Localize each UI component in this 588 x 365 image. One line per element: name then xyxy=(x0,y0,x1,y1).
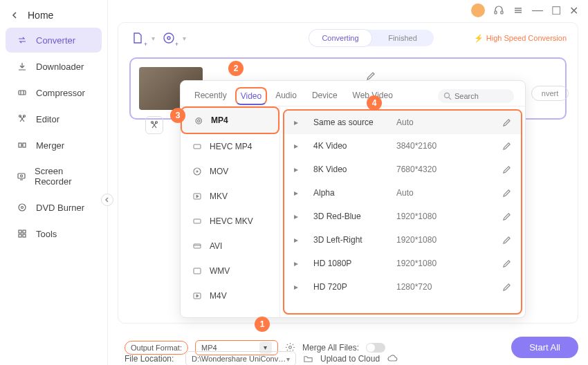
downloader-icon xyxy=(17,61,28,72)
convert-button[interactable]: nvert xyxy=(531,86,569,101)
format-hevc-mp4[interactable]: HEVC MP4 xyxy=(181,134,279,159)
cloud-icon[interactable] xyxy=(387,353,398,364)
format-wmv[interactable]: WMV xyxy=(181,259,279,283)
svg-line-23 xyxy=(449,97,451,100)
edit-preset-icon[interactable] xyxy=(502,236,511,245)
svg-rect-14 xyxy=(19,230,21,233)
chevron-down-icon: ▾ xyxy=(286,355,290,363)
tools-icon xyxy=(17,228,28,239)
tab-video[interactable]: Video xyxy=(235,87,267,105)
svg-rect-29 xyxy=(194,219,201,223)
maximize-button[interactable]: ☐ xyxy=(551,4,561,17)
wmv-icon xyxy=(192,265,203,277)
svg-point-19 xyxy=(167,37,170,39)
edit-preset-icon[interactable] xyxy=(502,118,511,127)
svg-point-12 xyxy=(19,204,26,211)
play-icon: ▸ xyxy=(294,259,306,268)
mkv-icon xyxy=(192,191,203,202)
back-icon[interactable] xyxy=(11,11,19,19)
scissors-icon[interactable] xyxy=(145,116,163,134)
preset-row[interactable]: ▸Same as sourceAuto xyxy=(284,111,521,134)
format-search[interactable] xyxy=(438,89,514,103)
sidebar-collapse-handle[interactable] xyxy=(101,194,113,206)
merger-icon xyxy=(17,140,28,151)
preset-row[interactable]: ▸AlphaAuto xyxy=(284,181,521,205)
format-m4v[interactable]: M4V xyxy=(181,283,279,308)
svg-rect-24 xyxy=(194,144,201,149)
preset-list: ▸Same as sourceAuto ▸4K Video3840*2160 ▸… xyxy=(283,109,522,315)
sidebar-item-compressor[interactable]: Compressor xyxy=(6,80,102,105)
sidebar: Home Converter Downloader Compressor Edi… xyxy=(0,0,108,365)
preset-row[interactable]: ▸HD 720P1280*720 xyxy=(284,275,521,299)
play-icon: ▸ xyxy=(294,188,306,198)
format-avi[interactable]: AVI xyxy=(181,234,279,259)
screen-recorder-icon xyxy=(17,171,26,182)
play-icon: ▸ xyxy=(294,165,306,174)
converter-icon xyxy=(17,35,28,46)
svg-rect-32 xyxy=(194,268,201,274)
svg-point-11 xyxy=(21,175,23,177)
preset-row[interactable]: ▸8K Video7680*4320 xyxy=(284,158,521,181)
file-location-label: File Location: xyxy=(125,354,178,364)
preset-row[interactable]: ▸3D Left-Right1920*1080 xyxy=(284,228,521,252)
svg-point-35 xyxy=(289,346,292,349)
edit-preset-icon[interactable] xyxy=(502,283,511,292)
play-icon: ▸ xyxy=(294,235,306,245)
svg-point-26 xyxy=(196,171,198,172)
user-avatar[interactable] xyxy=(471,3,485,17)
preset-row[interactable]: ▸HD 1080P1920*1080 xyxy=(284,252,521,275)
svg-rect-10 xyxy=(18,174,25,178)
close-button[interactable]: ✕ xyxy=(569,4,578,17)
edit-preset-icon[interactable] xyxy=(502,259,511,268)
sidebar-item-screen-recorder[interactable]: Screen Recorder xyxy=(6,159,102,194)
annotation-badge-3: 3 xyxy=(170,108,185,123)
segment-finished[interactable]: Finished xyxy=(371,30,434,46)
sidebar-item-merger[interactable]: Merger xyxy=(6,133,102,158)
format-tabs: Recently Video Audio Device Web Video xyxy=(181,81,525,106)
rename-icon[interactable] xyxy=(366,71,376,81)
edit-preset-icon[interactable] xyxy=(502,165,511,174)
dvd-burner-icon xyxy=(17,202,28,213)
sidebar-item-downloader[interactable]: Downloader xyxy=(6,54,102,79)
high-speed-conversion[interactable]: ⚡ High Speed Conversion xyxy=(474,34,567,43)
format-mov[interactable]: MOV xyxy=(181,159,279,184)
tab-audio[interactable]: Audio xyxy=(273,86,300,106)
sidebar-item-converter[interactable]: Converter xyxy=(6,28,102,53)
compressor-icon xyxy=(17,87,28,98)
sidebar-item-label: Downloader xyxy=(36,62,84,72)
preset-row[interactable]: ▸4K Video3840*2160 xyxy=(284,134,521,158)
segment-converting[interactable]: Converting xyxy=(309,30,371,46)
menu-icon[interactable] xyxy=(513,5,524,16)
preset-row[interactable]: ▸3D Red-Blue1920*1080 xyxy=(284,205,521,228)
tab-recently[interactable]: Recently xyxy=(192,86,230,106)
window-titlebar: — ☐ ✕ xyxy=(461,0,588,21)
add-file-button[interactable]: + xyxy=(129,30,146,46)
svg-rect-1 xyxy=(501,11,503,14)
target-icon: ◎ xyxy=(193,115,204,126)
edit-preset-icon[interactable] xyxy=(502,189,511,198)
headset-icon[interactable] xyxy=(493,5,504,16)
edit-preset-icon[interactable] xyxy=(502,212,511,221)
edit-preset-icon[interactable] xyxy=(502,142,511,151)
format-mkv[interactable]: MKV xyxy=(181,184,279,209)
svg-rect-30 xyxy=(194,244,201,248)
format-search-input[interactable] xyxy=(454,92,510,100)
home-row[interactable]: Home xyxy=(0,4,107,26)
file-location-select[interactable]: D:\Wondershare UniConverter 1 ▾ xyxy=(185,351,296,365)
format-list: ◎MP4 HEVC MP4 MOV MKV HEVC MKV AVI WMV M… xyxy=(181,106,280,317)
minimize-button[interactable]: — xyxy=(532,4,543,17)
bottom-bar-row2: File Location: D:\Wondershare UniConvert… xyxy=(125,351,578,365)
sidebar-item-tools[interactable]: Tools xyxy=(6,221,102,246)
format-hevc-mkv[interactable]: HEVC MKV xyxy=(181,209,279,234)
svg-marker-34 xyxy=(196,294,199,297)
format-mp4[interactable]: ◎MP4 xyxy=(181,106,279,134)
svg-rect-8 xyxy=(19,143,21,147)
tab-device[interactable]: Device xyxy=(309,86,340,106)
sidebar-item-dvd-burner[interactable]: DVD Burner xyxy=(6,195,102,220)
editor-icon xyxy=(17,113,28,124)
sidebar-item-label: Screen Recorder xyxy=(35,166,91,187)
hevc-icon xyxy=(192,141,203,152)
sidebar-item-editor[interactable]: Editor xyxy=(6,106,102,131)
add-dvd-button[interactable]: + xyxy=(160,30,177,46)
folder-icon[interactable] xyxy=(303,354,313,364)
